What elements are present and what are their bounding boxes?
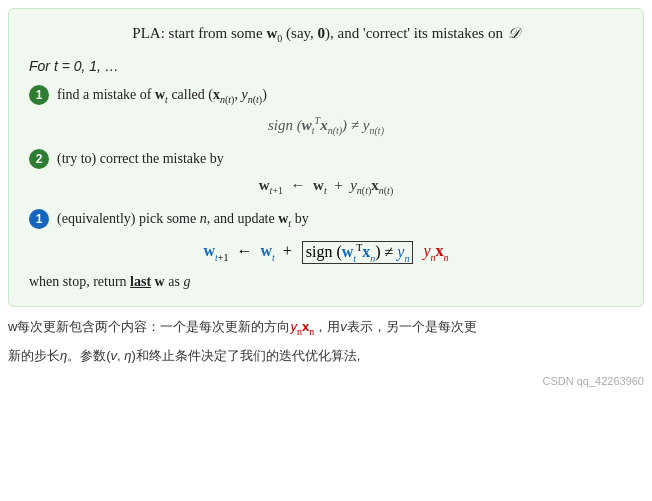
main-card: PLA: start from some w0 (say, 0), and 'c…: [8, 8, 644, 307]
w0-symbol: w: [266, 25, 277, 41]
bracket-box: sign (wtTxn) ≠ yn: [302, 241, 414, 265]
bottom-text-2: 新的步长η。参数(v, η)和终止条件决定了我们的迭代优化算法,: [8, 346, 644, 367]
step1-text: find a mistake of wt called (xn(t), yn(t…: [57, 84, 267, 107]
when-stop: when stop, return last w as g: [29, 274, 623, 290]
watermark: CSDN qq_42263960: [8, 375, 644, 387]
bottom-text-1: w每次更新包含两个内容：一个是每次更新的方向ynxn，用v表示，另一个是每次更: [8, 317, 644, 340]
for-line: For t = 0, 1, …: [29, 58, 623, 74]
card-title: PLA: start from some w0 (say, 0), and 'c…: [29, 25, 623, 44]
step-1-row: 1 find a mistake of wt called (xn(t), yn…: [29, 84, 623, 107]
step3-text: (equivalently) pick some n, and update w…: [57, 208, 309, 231]
zero-bold: 0: [318, 25, 326, 41]
step-2-row: 2 (try to) correct the mistake by: [29, 148, 623, 169]
step1-circle: 1: [29, 85, 49, 105]
big-formula: wt+1 ← wt + sign (wtTxn) ≠ yn ynxn: [29, 241, 623, 265]
step-3-row: 1 (equivalently) pick some n, and update…: [29, 208, 623, 231]
formula-2: wt+1 ← wt + yn(t)xn(t): [29, 177, 623, 196]
step2-circle: 2: [29, 149, 49, 169]
step3-circle: 1: [29, 209, 49, 229]
step2-text: (try to) correct the mistake by: [57, 148, 224, 169]
D-symbol: 𝒟: [507, 25, 520, 41]
formula-1: sign (wtTxn(t)) ≠ yn(t): [29, 115, 623, 136]
